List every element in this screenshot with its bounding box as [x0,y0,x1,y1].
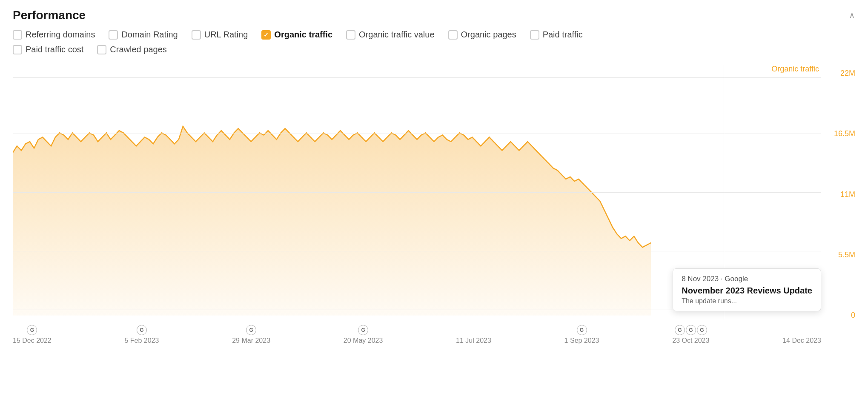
x-tick-label-1: 15 Dec 2022 [13,337,52,345]
google-marker-6: G [675,325,685,335]
x-tick-jul2023: 11 Jul 2023 [456,325,491,345]
checkbox-label-organic-traffic: Organic traffic [274,30,332,40]
spacer-1 [468,325,478,335]
checkbox-label-referring-domains: Referring domains [26,30,95,40]
grid-line-3 [13,192,821,193]
google-marker-7: G [686,325,696,335]
checkbox-label-crawled-pages: Crawled pages [110,45,166,54]
collapse-button[interactable]: ∧ [849,10,855,20]
checkbox-item-url-rating[interactable]: URL Rating [192,30,248,40]
performance-panel: Performance ∧ Referring domains Domain R… [0,0,868,393]
panel-title: Performance [13,9,86,22]
google-markers-cluster: G G G [675,325,707,335]
grid-line-1 [13,77,821,78]
chart-area: Organic traffic 22M 16.5M 11M 5.5M 0 [13,65,855,345]
grid-line-4 [13,251,821,251]
x-tick-dec2023: 14 Dec 2023 [782,325,821,345]
x-tick-label-3: 29 Mar 2023 [232,337,270,345]
checkbox-item-domain-rating[interactable]: Domain Rating [109,30,178,40]
checkbox-item-crawled-pages[interactable]: Crawled pages [97,45,166,54]
y-label-0: 0 [834,311,855,320]
checkbox-box-organic-traffic-value[interactable] [346,30,355,40]
checkbox-label-paid-traffic-cost: Paid traffic cost [26,45,83,54]
x-tick-label-2: 5 Feb 2023 [125,337,159,345]
checkbox-item-paid-traffic[interactable]: Paid traffic [530,30,583,40]
google-marker-5: G [577,325,587,335]
x-tick-feb2023: G 5 Feb 2023 [125,325,159,345]
checkbox-box-crawled-pages[interactable] [97,45,106,54]
checkbox-item-paid-traffic-cost[interactable]: Paid traffic cost [13,45,83,54]
google-marker-2: G [137,325,147,335]
x-tick-dec2022: G 15 Dec 2022 [13,325,52,345]
tooltip: 8 Nov 2023 · Google November 2023 Review… [673,268,821,311]
checkboxes-row-1: Referring domains Domain Rating URL Rati… [13,30,855,40]
x-tick-label-8: 14 Dec 2023 [782,337,821,345]
google-marker-3: G [246,325,256,335]
x-tick-label-5: 11 Jul 2023 [456,337,491,345]
x-tick-label-4: 20 May 2023 [344,337,383,345]
tooltip-title: November 2023 Reviews Update [682,286,812,296]
checkbox-box-domain-rating[interactable] [109,30,118,40]
checkbox-box-organic-pages[interactable] [448,30,458,40]
x-axis: G 15 Dec 2022 G 5 Feb 2023 G 29 Mar 2023… [13,320,821,345]
checkbox-label-organic-pages: Organic pages [461,30,516,40]
tooltip-date: 8 Nov 2023 · Google [682,275,812,283]
y-label-22m: 22M [834,69,855,78]
x-tick-sep2023: G 1 Sep 2023 [564,325,599,345]
checkbox-item-organic-pages[interactable]: Organic pages [448,30,516,40]
panel-header: Performance ∧ [13,9,855,22]
checkbox-box-referring-domains[interactable] [13,30,22,40]
tooltip-subtitle: The update runs... [682,297,812,305]
google-marker-1: G [27,325,37,335]
x-tick-oct2023: G G G 23 Oct 2023 [672,325,709,345]
checkbox-box-url-rating[interactable] [192,30,201,40]
x-tick-label-6: 1 Sep 2023 [564,337,599,345]
google-marker-8: G [697,325,707,335]
x-tick-mar2023: G 29 Mar 2023 [232,325,270,345]
checkbox-box-organic-traffic[interactable] [261,30,271,40]
y-label-11m: 11M [834,190,855,199]
y-label-165m: 16.5M [834,129,855,138]
checkbox-label-url-rating: URL Rating [204,30,248,40]
checkbox-item-organic-traffic-value[interactable]: Organic traffic value [346,30,435,40]
checkbox-box-paid-traffic-cost[interactable] [13,45,22,54]
checkbox-label-paid-traffic: Paid traffic [543,30,583,40]
x-tick-may2023: G 20 May 2023 [344,325,383,345]
google-marker-4: G [358,325,368,335]
checkbox-label-organic-traffic-value: Organic traffic value [359,30,435,40]
spacer-2 [797,325,807,335]
checkbox-label-domain-rating: Domain Rating [121,30,178,40]
checkboxes-row-2: Paid traffic cost Crawled pages [13,45,855,54]
grid-line-2 [13,134,821,134]
y-axis-labels: 22M 16.5M 11M 5.5M 0 [834,65,855,345]
y-label-55m: 5.5M [834,251,855,259]
checkbox-item-referring-domains[interactable]: Referring domains [13,30,95,40]
x-tick-label-7: 23 Oct 2023 [672,337,709,345]
checkbox-item-organic-traffic[interactable]: Organic traffic [261,30,332,40]
checkbox-box-paid-traffic[interactable] [530,30,539,40]
